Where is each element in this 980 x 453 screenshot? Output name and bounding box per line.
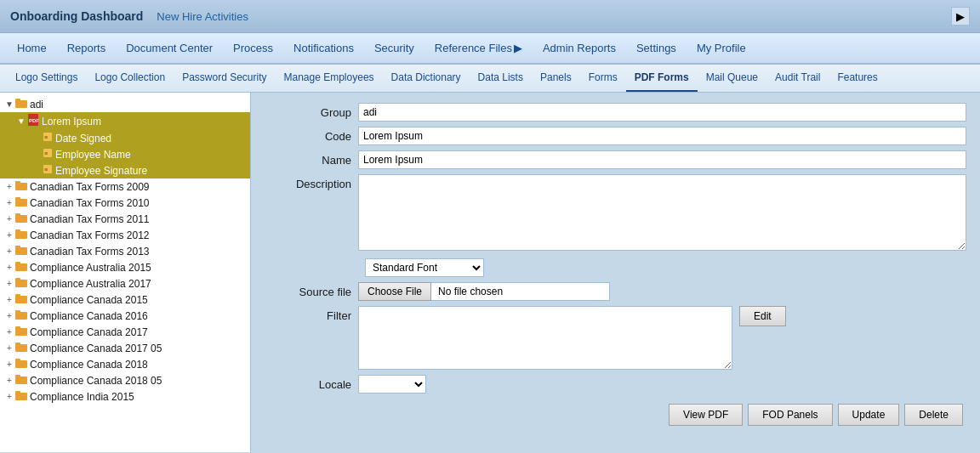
tree-item-compliance-au-2015[interactable]: + Compliance Australia 2015 <box>0 259 250 275</box>
tree-item-compliance-ca-2016[interactable]: + Compliance Canada 2016 <box>0 308 250 324</box>
description-label: Description <box>265 174 358 190</box>
folder-icon <box>15 390 27 400</box>
subnav-logo-settings[interactable]: Logo Settings <box>7 65 86 92</box>
nav-home[interactable]: Home <box>7 33 57 63</box>
subnav-data-dictionary[interactable]: Data Dictionary <box>383 65 470 92</box>
file-name-display: No file chosen <box>431 282 610 301</box>
nav-notifications[interactable]: Notifications <box>283 33 364 63</box>
fod-panels-button[interactable]: FOD Panels <box>748 404 832 426</box>
code-input[interactable] <box>358 127 966 145</box>
choose-file-button[interactable]: Choose File <box>358 282 431 301</box>
group-label: Group <box>265 103 358 119</box>
tree-item-compliance-in-2015[interactable]: + Compliance India 2015 <box>0 388 250 405</box>
subnav-password-security[interactable]: Password Security <box>174 65 275 92</box>
tree-item-compliance-ca-2018[interactable]: + Compliance Canada 2018 <box>0 356 250 372</box>
folder-icon <box>15 212 27 223</box>
subnav-forms[interactable]: Forms <box>580 65 626 92</box>
update-button[interactable]: Update <box>838 404 900 426</box>
subnav-logo-collection[interactable]: Logo Collection <box>86 65 174 92</box>
subnav-data-lists[interactable]: Data Lists <box>470 65 532 92</box>
svg-rect-19 <box>15 246 20 249</box>
tree-item-compliance-au-2017[interactable]: + Compliance Australia 2017 <box>0 275 250 292</box>
folder-icon-adi <box>15 98 27 108</box>
tree-item-compliance-ca-2015[interactable]: + Compliance Canada 2015 <box>0 292 250 308</box>
svg-rect-31 <box>15 343 20 346</box>
subnav-panels[interactable]: Panels <box>532 65 580 92</box>
field-icon-employee-name: ≡ <box>43 148 53 158</box>
tree-item-date-signed[interactable]: ≡ Date Signed <box>0 130 250 146</box>
folder-icon <box>15 309 27 320</box>
locale-field <box>358 375 966 394</box>
font-row: Standard Font <box>265 258 966 277</box>
edit-button[interactable]: Edit <box>739 306 786 326</box>
tree-label: Compliance Australia 2017 <box>30 278 151 290</box>
tree-label: Compliance Canada 2018 <box>30 359 148 371</box>
tree-item-employee-signature[interactable]: ≡ Employee Signature <box>0 162 250 178</box>
svg-rect-37 <box>15 391 20 394</box>
nav-process[interactable]: Process <box>223 33 283 63</box>
tree-item-canadian-2009[interactable]: + Canadian Tax Forms 2009 <box>0 178 250 195</box>
folder-icon <box>15 245 27 255</box>
subnav-manage-employees[interactable]: Manage Employees <box>276 65 383 92</box>
svg-text:≡: ≡ <box>44 134 48 140</box>
delete-button[interactable]: Delete <box>904 404 963 426</box>
name-input[interactable] <box>358 150 966 169</box>
nav-document-center[interactable]: Document Center <box>116 33 223 63</box>
tree-label: Canadian Tax Forms 2012 <box>30 229 150 241</box>
svg-rect-11 <box>15 181 20 184</box>
tree-panel: ▼ adi ▼ PDF Lorem Ipsum <box>0 93 251 452</box>
expand-arrow[interactable]: ▶ <box>951 7 970 25</box>
tree-label: Canadian Tax Forms 2010 <box>30 197 150 209</box>
locale-select[interactable] <box>358 375 426 394</box>
tree-item-lorem-ipsum[interactable]: ▼ PDF Lorem Ipsum <box>0 112 250 130</box>
tree-item-canadian-2013[interactable]: + Canadian Tax Forms 2013 <box>0 243 250 259</box>
subnav-pdf-forms[interactable]: PDF Forms <box>626 65 698 92</box>
filter-label: Filter <box>265 306 358 322</box>
tree-label: Compliance Australia 2015 <box>30 262 151 274</box>
nav-admin-reports[interactable]: Admin Reports <box>533 33 626 63</box>
name-field <box>358 150 966 169</box>
filter-textarea[interactable] <box>358 306 732 370</box>
subnav-mail-queue[interactable]: Mail Queue <box>698 65 766 92</box>
folder-icon <box>15 374 27 384</box>
tree-label: Canadian Tax Forms 2013 <box>30 246 150 258</box>
view-pdf-button[interactable]: View PDF <box>669 404 743 426</box>
group-row: Group <box>265 103 966 122</box>
code-label: Code <box>265 127 358 143</box>
group-field <box>358 103 966 122</box>
nav-reports[interactable]: Reports <box>57 33 117 63</box>
file-input-area: Choose File No file chosen <box>358 282 966 301</box>
tree-label-employee-signature: Employee Signature <box>55 165 147 177</box>
tree-item-canadian-2011[interactable]: + Canadian Tax Forms 2011 <box>0 211 250 227</box>
tree-item-compliance-ca-2017[interactable]: + Compliance Canada 2017 <box>0 324 250 340</box>
tree-item-employee-name[interactable]: ≡ Employee Name <box>0 146 250 162</box>
locale-row: Locale <box>265 375 966 394</box>
tree-scroll: ▼ adi ▼ PDF Lorem Ipsum <box>0 93 250 408</box>
tree-item-compliance-ca-2017-05[interactable]: + Compliance Canada 2017 05 <box>0 340 250 356</box>
folder-icon <box>15 277 27 287</box>
tree-item-canadian-2010[interactable]: + Canadian Tax Forms 2010 <box>0 195 250 211</box>
subnav-audit-trail[interactable]: Audit Trail <box>766 65 829 92</box>
folder-icon <box>15 293 27 303</box>
tree-item-compliance-ca-2018-05[interactable]: + Compliance Canada 2018 05 <box>0 372 250 388</box>
tree-label-employee-name: Employee Name <box>55 149 131 161</box>
top-bar-link[interactable]: New Hire Activities <box>157 10 248 23</box>
description-row: Description <box>265 174 966 253</box>
tree-label-lorem-ipsum: Lorem Ipsum <box>42 116 101 127</box>
nav-settings[interactable]: Settings <box>626 33 687 63</box>
group-input[interactable] <box>358 103 966 122</box>
svg-rect-13 <box>15 197 20 201</box>
nav-my-profile[interactable]: My Profile <box>687 33 756 63</box>
field-icon-employee-sig: ≡ <box>43 164 53 174</box>
svg-rect-35 <box>15 375 20 378</box>
nav-security[interactable]: Security <box>364 33 424 63</box>
nav-reference-files[interactable]: Reference Files ▶ <box>424 33 533 63</box>
subnav-features[interactable]: Features <box>829 65 886 92</box>
description-input[interactable] <box>358 174 966 251</box>
tree-item-canadian-2012[interactable]: + Canadian Tax Forms 2012 <box>0 227 250 243</box>
tree-item-adi[interactable]: ▼ adi <box>0 96 250 112</box>
font-select[interactable]: Standard Font <box>365 258 484 277</box>
folder-icon <box>15 326 27 336</box>
folder-icon <box>15 342 27 352</box>
tree-label-date-signed: Date Signed <box>55 133 111 144</box>
